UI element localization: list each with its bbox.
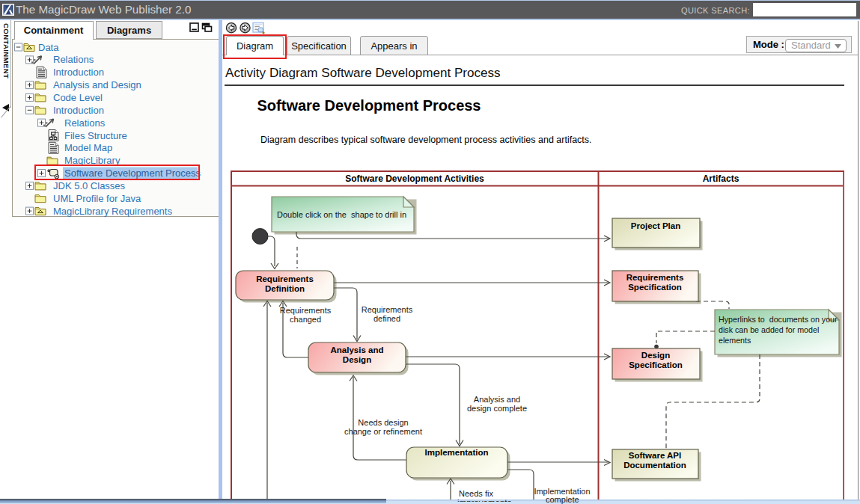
svg-text:Analysis and: Analysis and: [331, 345, 384, 354]
svg-text:defined: defined: [373, 314, 400, 323]
svg-text:Design: Design: [343, 355, 371, 364]
svg-text:Project Plan: Project Plan: [631, 221, 680, 230]
svg-text:Specification: Specification: [629, 360, 683, 369]
svg-text:change or refinement: change or refinement: [344, 427, 422, 436]
svg-text:Software Development Activitie: Software Development Activities: [345, 173, 484, 184]
svg-text:Specification: Specification: [628, 283, 682, 292]
svg-text:Relations: Relations: [53, 54, 94, 65]
svg-text:design complete: design complete: [467, 404, 527, 413]
svg-text:Needs design: Needs design: [358, 418, 408, 427]
svg-text:Needs fix: Needs fix: [459, 489, 493, 498]
svg-text:Design: Design: [641, 351, 670, 360]
svg-text:Code Level: Code Level: [53, 92, 103, 103]
svg-text:Requirements: Requirements: [626, 273, 684, 282]
svg-text:changed: changed: [290, 315, 321, 324]
svg-text:Files Structure: Files Structure: [64, 130, 127, 141]
svg-text:Implementation: Implementation: [425, 448, 489, 457]
svg-text:Double click on the shape to: Double click on the shape to drill in: [277, 210, 406, 219]
svg-text:disk can be added for model: disk can be added for model: [719, 325, 819, 334]
svg-text:JDK 5.0 Classes: JDK 5.0 Classes: [53, 180, 126, 191]
svg-text:Analysis and Design: Analysis and Design: [53, 79, 141, 90]
svg-text:Definition: Definition: [265, 284, 305, 293]
svg-text:Introduction: Introduction: [53, 105, 104, 116]
svg-text:Analysis and: Analysis and: [474, 395, 520, 404]
svg-text:Requirements: Requirements: [256, 274, 314, 283]
svg-text:Artifacts: Artifacts: [703, 173, 739, 184]
svg-text:Introduction: Introduction: [53, 67, 104, 78]
svg-text:elements: elements: [719, 336, 751, 345]
svg-text:Software API: Software API: [629, 451, 682, 460]
svg-text:Model Map: Model Map: [64, 142, 112, 153]
svg-text:Requirements: Requirements: [362, 305, 413, 314]
svg-text:Data: Data: [38, 42, 59, 53]
svg-text:Hyperlinks to documents on yo: Hyperlinks to documents on your: [719, 315, 838, 324]
svg-text:Documentation: Documentation: [623, 461, 686, 470]
svg-text:Requirements: Requirements: [280, 306, 332, 315]
svg-text:UML Profile for Java: UML Profile for Java: [53, 193, 141, 204]
svg-text:Relations: Relations: [64, 117, 106, 129]
svg-text:MagicLibrary Requirements: MagicLibrary Requirements: [53, 206, 172, 217]
